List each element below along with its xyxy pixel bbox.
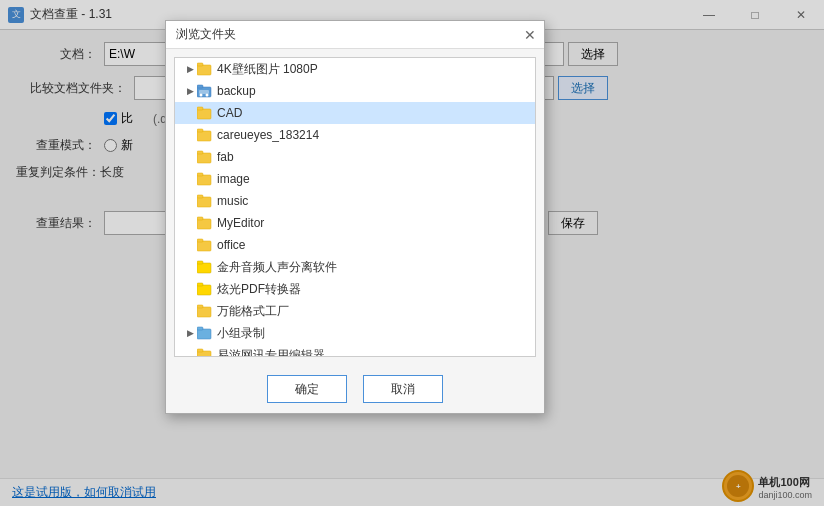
tree-item-label: 万能格式工厂 [217,303,289,320]
svg-rect-15 [197,197,211,207]
svg-rect-8 [197,107,203,110]
tree-item-label: music [217,194,248,208]
dialog-title: 浏览文件夹 [176,26,236,43]
folder-icon [197,62,213,76]
folder-icon [197,238,213,252]
svg-rect-20 [197,239,203,242]
dialog-titlebar: 浏览文件夹 ✕ [166,21,544,49]
tree-arrow-icon: ▶ [183,84,197,98]
tree-item-label: 易游网讯专用编辑器 [217,347,325,358]
tree-item-label: careueyes_183214 [217,128,319,142]
svg-rect-7 [197,109,211,119]
svg-rect-6 [199,90,209,94]
dialog-footer: 确定 取消 [166,365,544,413]
svg-rect-1 [197,63,203,66]
svg-rect-9 [197,131,211,141]
tree-item-label: 金舟音频人声分离软件 [217,259,337,276]
folder-yellow-icon [197,282,213,296]
tree-item[interactable]: ▶ 小组录制 [175,322,535,344]
folder-icon [197,128,213,142]
tree-item-cad[interactable]: ▶ CAD [175,102,535,124]
tree-item[interactable]: ▶ image [175,168,535,190]
tree-arrow-icon: ▶ [183,62,197,76]
svg-rect-11 [197,153,211,163]
folder-icon [197,304,213,318]
folder-blue-icon [197,326,213,340]
folder-icon [197,150,213,164]
tree-item[interactable]: ▶ office [175,234,535,256]
confirm-button[interactable]: 确定 [267,375,347,403]
folder-icon [197,106,213,120]
tree-item[interactable]: ▶ music [175,190,535,212]
folder-icon [197,172,213,186]
svg-rect-3 [197,85,203,88]
tree-item-label: 炫光PDF转换器 [217,281,301,298]
tree-item-label: backup [217,84,256,98]
tree-item-label-cad: CAD [217,106,242,120]
tree-item-label: fab [217,150,234,164]
tree-item-label: MyEditor [217,216,264,230]
svg-rect-28 [197,327,203,330]
tree-item-label: office [217,238,245,252]
svg-rect-25 [197,307,211,317]
folder-icon [197,348,213,357]
folder-special-icon [197,84,213,98]
svg-rect-26 [197,305,203,308]
svg-rect-0 [197,65,211,75]
svg-rect-24 [197,283,203,286]
tree-item-label: 小组录制 [217,325,265,342]
tree-item[interactable]: ▶ 4K壁纸图片 1080P [175,58,535,80]
svg-rect-17 [197,219,211,229]
tree-item[interactable]: ▶ 万能格式工厂 [175,300,535,322]
tree-item[interactable]: ▶ MyEditor [175,212,535,234]
dialog-body: ▶ 4K壁纸图片 1080P ▶ [166,49,544,365]
browse-folder-dialog: 浏览文件夹 ✕ ▶ 4K壁纸图片 1080P [165,20,545,414]
tree-item-label: 4K壁纸图片 1080P [217,61,318,78]
folder-icon [197,194,213,208]
tree-item[interactable]: ▶ 金舟音频人声分离软件 [175,256,535,278]
svg-rect-14 [197,173,203,176]
tree-arrow-icon: ▶ [183,326,197,340]
svg-rect-21 [197,263,211,273]
svg-rect-27 [197,329,211,339]
folder-icon [197,216,213,230]
file-tree[interactable]: ▶ 4K壁纸图片 1080P ▶ [174,57,536,357]
svg-rect-22 [197,261,203,264]
cancel-button[interactable]: 取消 [363,375,443,403]
dialog-close-button[interactable]: ✕ [520,25,540,45]
main-window: 文 文档查重 - 1.31 — □ ✕ 文档： 选择 比较文档文件夹： 选择 比… [0,0,824,506]
svg-rect-30 [197,349,203,352]
dialog-overlay: 浏览文件夹 ✕ ▶ 4K壁纸图片 1080P [0,0,824,506]
svg-rect-12 [197,151,203,154]
svg-rect-10 [197,129,203,132]
svg-rect-13 [197,175,211,185]
tree-item[interactable]: ▶ 易游网讯专用编辑器 [175,344,535,357]
tree-item[interactable]: ▶ backup [175,80,535,102]
svg-rect-23 [197,285,211,295]
svg-rect-19 [197,241,211,251]
svg-rect-18 [197,217,203,220]
tree-item[interactable]: ▶ 炫光PDF转换器 [175,278,535,300]
tree-item[interactable]: ▶ careueyes_183214 [175,124,535,146]
tree-item-label: image [217,172,250,186]
svg-rect-16 [197,195,203,198]
folder-yellow-icon [197,260,213,274]
tree-item[interactable]: ▶ fab [175,146,535,168]
